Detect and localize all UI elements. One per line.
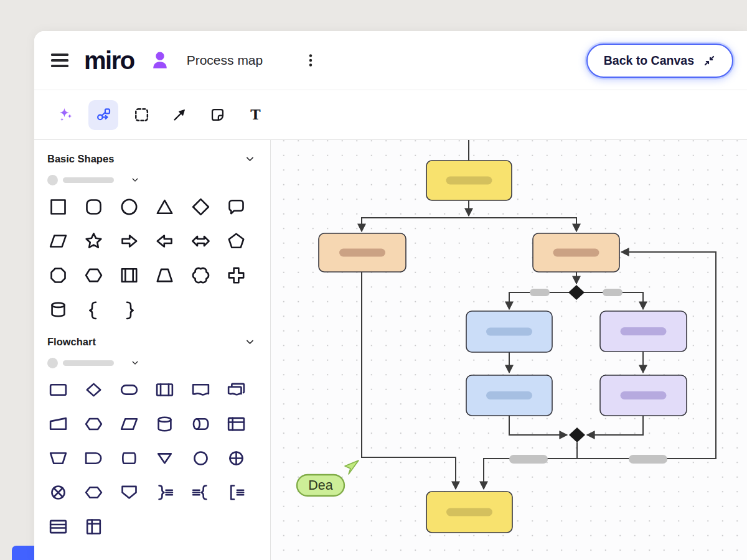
tool-text[interactable]: T: [240, 100, 270, 130]
arrow-icon: [171, 106, 188, 123]
shape-cross[interactable]: [225, 264, 247, 286]
shape-fc-document[interactable]: [190, 379, 211, 400]
board-canvas[interactable]: Dea: [271, 140, 747, 560]
shape-fc-internal-storage[interactable]: [225, 413, 247, 434]
connector-line[interactable]: [509, 416, 567, 435]
shape-fc-or[interactable]: [47, 482, 68, 503]
connector-line[interactable]: [469, 218, 576, 231]
shape-fc-summing-junction[interactable]: [225, 447, 247, 469]
shape-fc-terminator[interactable]: [119, 379, 140, 400]
fc-direct-data-icon: [190, 414, 211, 434]
shape-fc-display[interactable]: [119, 447, 140, 469]
fc-manual-operation-icon: [48, 448, 68, 469]
sticky-note-icon: [209, 106, 226, 123]
shape-fc-decision[interactable]: [83, 379, 104, 400]
shape-speech-bubble[interactable]: [225, 196, 247, 217]
marquee-select-icon: [133, 106, 150, 123]
shape-cylinder[interactable]: [47, 299, 68, 320]
chevron-down-icon[interactable]: [245, 154, 255, 164]
shape-diamond[interactable]: [190, 196, 211, 217]
edge-label-placeholder[interactable]: [629, 455, 667, 464]
shape-cloud[interactable]: [190, 264, 211, 286]
edge-label-placeholder[interactable]: [530, 289, 550, 296]
shape-fc-process[interactable]: [47, 379, 68, 400]
shape-brace-right[interactable]: [119, 299, 140, 320]
predefined-process-icon: [119, 265, 139, 286]
flow-node-process-left[interactable]: [319, 233, 406, 272]
shape-fc-manual-input[interactable]: [47, 413, 68, 434]
shape-fc-delay[interactable]: [83, 447, 104, 469]
edge-label-placeholder[interactable]: [603, 289, 622, 296]
content: Basic Shapes Flowchart: [34, 140, 747, 560]
section-header[interactable]: Flowchart: [47, 336, 255, 348]
shape-arrow-right[interactable]: [119, 230, 140, 251]
flow-node-start[interactable]: [426, 161, 512, 200]
shape-predefined-process[interactable]: [119, 264, 140, 286]
flow-node-step-blue-1[interactable]: [466, 311, 552, 352]
shape-brace-left[interactable]: [83, 299, 104, 320]
shape-fc-extract[interactable]: [154, 447, 176, 469]
tool-sticky-note[interactable]: [202, 100, 232, 130]
shape-triangle[interactable]: [154, 196, 176, 217]
rounded-square-icon: [83, 197, 104, 217]
fc-process-icon: [48, 380, 68, 400]
fc-decision-icon: [83, 380, 104, 400]
fc-or-icon: [48, 482, 68, 503]
back-to-canvas-button[interactable]: Back to Canvas: [586, 44, 733, 78]
shape-pentagon[interactable]: [225, 230, 247, 251]
shape-circle[interactable]: [119, 196, 140, 217]
shape-star[interactable]: [83, 230, 104, 251]
chevron-down-icon[interactable]: [131, 358, 139, 367]
tool-connector-arrow[interactable]: [164, 100, 194, 130]
shape-octagon[interactable]: [47, 264, 68, 286]
shape-fc-multiple-documents[interactable]: [225, 379, 247, 400]
shape-trapezoid[interactable]: [154, 264, 176, 286]
shape-fc-predefined-process[interactable]: [154, 379, 176, 400]
shape-fc-merge[interactable]: [119, 482, 140, 503]
user-avatar-icon[interactable]: [149, 50, 171, 71]
shape-fc-manual-operation[interactable]: [47, 447, 68, 469]
chevron-down-icon[interactable]: [131, 175, 139, 184]
decision-diamond[interactable]: [569, 427, 585, 442]
brace-right-icon: [119, 299, 139, 320]
flow-node-end[interactable]: [426, 492, 512, 533]
decision-diamond[interactable]: [568, 285, 585, 300]
shape-arrow-left-right[interactable]: [190, 230, 211, 251]
shape-fc-stored-data[interactable]: [47, 516, 68, 537]
connector-line[interactable]: [577, 252, 716, 459]
edge-label-placeholder[interactable]: [509, 455, 548, 464]
more-options-button[interactable]: [303, 51, 319, 70]
shape-hexagon[interactable]: [83, 264, 104, 286]
shape-fc-annotation-left[interactable]: [190, 482, 211, 503]
shape-fc-database[interactable]: [154, 413, 176, 434]
connector-line[interactable]: [587, 416, 643, 435]
square-icon: [48, 197, 68, 217]
shape-fc-preparation[interactable]: [83, 413, 104, 434]
section-header[interactable]: Basic Shapes: [47, 153, 255, 165]
shape-fc-card[interactable]: [83, 516, 104, 537]
text-icon: T: [247, 106, 264, 123]
shape-parallelogram[interactable]: [47, 230, 68, 251]
shape-fc-annotation-bracket[interactable]: [225, 482, 247, 503]
shape-fc-direct-data[interactable]: [190, 413, 211, 434]
flow-node-step-purple-1[interactable]: [600, 311, 687, 352]
shape-arrow-left[interactable]: [154, 230, 176, 251]
connector-line[interactable]: [362, 218, 469, 231]
chevron-down-icon[interactable]: [245, 337, 255, 347]
shape-fc-connector[interactable]: [190, 447, 211, 469]
shape-square[interactable]: [47, 196, 68, 217]
tool-ai-sparkles[interactable]: [50, 100, 80, 130]
tool-marquee-select[interactable]: [126, 100, 156, 130]
flow-node-step-blue-2[interactable]: [466, 375, 552, 416]
shape-rounded-square[interactable]: [83, 196, 104, 217]
shape-fc-annotation-right[interactable]: [154, 482, 176, 503]
flow-node-step-purple-2[interactable]: [600, 375, 687, 416]
main-menu-button[interactable]: [51, 54, 68, 67]
fc-preparation-icon: [83, 414, 104, 434]
shape-fc-alternate-process[interactable]: [83, 482, 104, 503]
flow-node-process-right[interactable]: [533, 233, 619, 272]
tool-shapes[interactable]: [88, 100, 118, 130]
text-placeholder: [486, 328, 532, 336]
shape-fc-data[interactable]: [119, 413, 140, 434]
connector-line[interactable]: [362, 272, 456, 489]
